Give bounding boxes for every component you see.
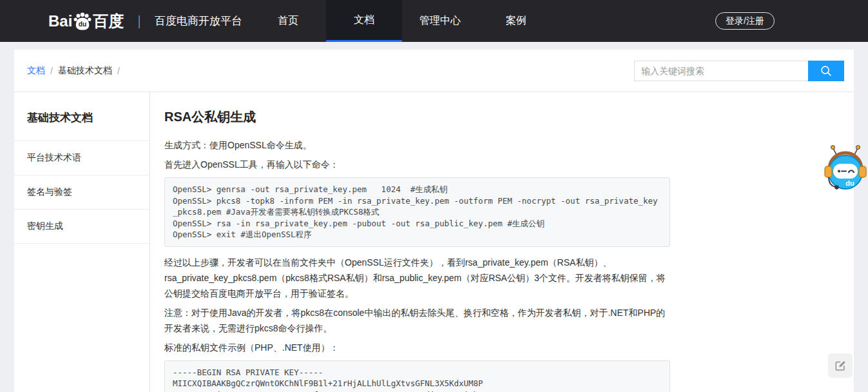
code-block-openssl-commands: OpenSSL> genrsa -out rsa_private_key.pem… (164, 177, 670, 247)
main-menu: 首页 文档 管理中心 案例 (250, 0, 554, 42)
svg-text:du: du (79, 21, 87, 28)
doc-sidebar: 基础技术文档 平台技术术语 签名与验签 密钥生成 (14, 92, 150, 392)
robot-mascot-icon: du (824, 143, 867, 195)
paragraph-example: 标准的私钥文件示例（PHP、.NET使用）： (164, 340, 670, 355)
breadcrumb-row: 文档 / 基础技术文档 / (14, 50, 854, 92)
doc-main: RSA公私钥生成 生成方式：使用OpenSSL命令生成。 首先进入OpenSSL… (150, 92, 670, 392)
edit-pencil-icon (834, 359, 847, 372)
nav-item-home[interactable]: 首页 (250, 0, 326, 42)
search-icon (819, 64, 833, 78)
breadcrumb-separator-trailing: / (117, 66, 120, 76)
nav-item-cases[interactable]: 案例 (478, 0, 554, 42)
paragraph-method: 生成方式：使用OpenSSL命令生成。 (164, 137, 670, 153)
paragraph-steps: 经过以上步骤，开发者可以在当前文件夹中（OpenSSL运行文件夹），看到rsa_… (164, 255, 670, 301)
sidebar-item-sign-verify[interactable]: 签名与验签 (14, 175, 149, 210)
baidu-logo[interactable]: Bai du 百度 ｜ 百度电商开放平台 (48, 0, 242, 42)
sidebar-item-platform-terms[interactable]: 平台技术术语 (14, 141, 149, 175)
code-block-private-key: -----BEGIN RSA PRIVATE KEY----- MIICXQIB… (164, 360, 670, 392)
product-name: 百度电商开放平台 (155, 14, 242, 28)
login-register-button[interactable]: 登录/注册 (715, 12, 775, 30)
mascot-du-label: du (845, 179, 854, 187)
paragraph-intro: 首先进入OpenSSL工具，再输入以下命令： (164, 157, 670, 172)
page: Bai du 百度 ｜ 百度电商开放平台 首页 文档 管理中心 案例 (0, 0, 868, 392)
sidebar-title[interactable]: 基础技术文档 (14, 92, 149, 141)
paragraph-note: 注意：对于使用Java的开发者，将pkcs8在console中输出的私钥去除头尾… (164, 305, 670, 336)
nav-item-console[interactable]: 管理中心 (402, 0, 478, 42)
customer-service-mascot[interactable]: du (824, 143, 867, 195)
breadcrumb-separator: / (50, 66, 53, 76)
top-navigation-bar: Bai du 百度 ｜ 百度电商开放平台 首页 文档 管理中心 案例 (0, 0, 868, 42)
nav-item-docs[interactable]: 文档 (326, 0, 402, 42)
logo-separator: ｜ (133, 12, 146, 30)
baidu-paw-icon: du (73, 12, 92, 31)
breadcrumb-current[interactable]: 基础技术文档 (58, 65, 112, 77)
sidebar-item-key-generation[interactable]: 密钥生成 (14, 210, 149, 244)
search-box (634, 61, 844, 81)
content-card: 文档 / 基础技术文档 / 基础技术文档 平台技术术语 签名与验签 (14, 50, 854, 392)
search-button[interactable] (808, 61, 844, 81)
feedback-button[interactable] (828, 353, 853, 378)
content-columns: 基础技术文档 平台技术术语 签名与验签 密钥生成 RSA公私钥生成 生成方式：使… (14, 92, 854, 392)
search-input[interactable] (634, 61, 808, 81)
logo-brand: 百度 (93, 11, 124, 32)
baidu-logo-text: Bai du 百度 (48, 11, 124, 32)
breadcrumb-link-docs[interactable]: 文档 (27, 65, 45, 77)
breadcrumb: 文档 / 基础技术文档 / (27, 65, 120, 77)
logo-bai: Bai (48, 12, 72, 30)
page-title: RSA公私钥生成 (164, 108, 670, 126)
